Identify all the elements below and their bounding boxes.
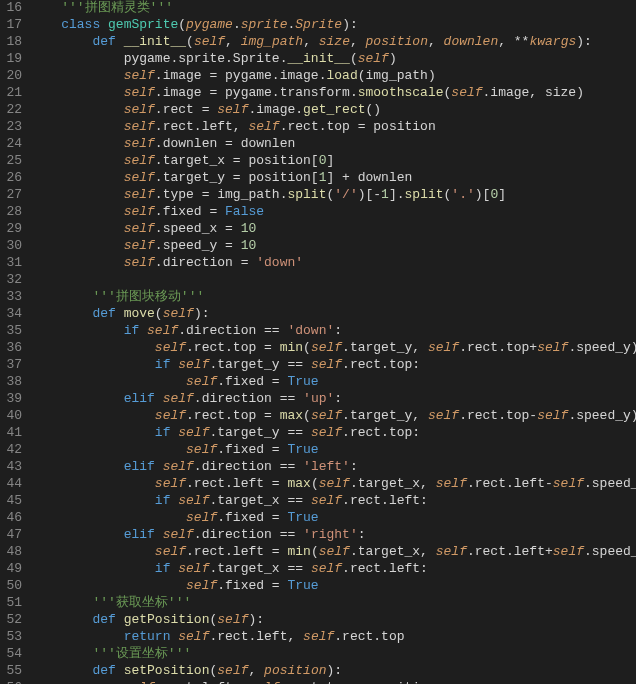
code-line[interactable]: elif self.direction == 'left': xyxy=(30,459,636,476)
code-line[interactable]: if self.target_y == self.rect.top: xyxy=(30,357,636,374)
code-line[interactable]: self.fixed = True xyxy=(30,374,636,391)
code-line[interactable]: '''获取坐标''' xyxy=(30,595,636,612)
line-number: 42 xyxy=(4,442,22,459)
code-line[interactable]: self.rect = self.image.get_rect() xyxy=(30,102,636,119)
line-number: 22 xyxy=(4,102,22,119)
code-line[interactable]: if self.target_y == self.rect.top: xyxy=(30,425,636,442)
code-line[interactable]: '''设置坐标''' xyxy=(30,646,636,663)
line-number: 20 xyxy=(4,68,22,85)
line-number: 32 xyxy=(4,272,22,289)
line-number: 38 xyxy=(4,374,22,391)
code-line[interactable]: self.target_y = position[1] + downlen xyxy=(30,170,636,187)
line-number: 41 xyxy=(4,425,22,442)
line-number: 33 xyxy=(4,289,22,306)
line-number: 40 xyxy=(4,408,22,425)
line-number: 52 xyxy=(4,612,22,629)
code-line[interactable]: def move(self): xyxy=(30,306,636,323)
line-number: 30 xyxy=(4,238,22,255)
code-line[interactable]: def __init__(self, img_path, size, posit… xyxy=(30,34,636,51)
code-line[interactable]: def setPosition(self, position): xyxy=(30,663,636,680)
code-line[interactable]: self.target_x = position[0] xyxy=(30,153,636,170)
line-number: 18 xyxy=(4,34,22,51)
code-line[interactable]: self.rect.left, self.rect.top = position xyxy=(30,680,636,684)
code-line[interactable]: '''拼图精灵类''' xyxy=(30,0,636,17)
code-line[interactable]: self.speed_x = 10 xyxy=(30,221,636,238)
code-line[interactable]: self.speed_y = 10 xyxy=(30,238,636,255)
code-line[interactable]: self.image = pygame.image.load(img_path) xyxy=(30,68,636,85)
code-line[interactable]: self.fixed = True xyxy=(30,442,636,459)
line-number: 53 xyxy=(4,629,22,646)
line-number: 43 xyxy=(4,459,22,476)
line-number: 49 xyxy=(4,561,22,578)
code-line[interactable]: class gemSprite(pygame.sprite.Sprite): xyxy=(30,17,636,34)
line-number: 25 xyxy=(4,153,22,170)
code-line[interactable]: if self.target_x == self.rect.left: xyxy=(30,493,636,510)
line-number: 39 xyxy=(4,391,22,408)
code-line[interactable]: self.rect.top = max(self.target_y, self.… xyxy=(30,408,636,425)
line-number: 26 xyxy=(4,170,22,187)
code-line[interactable]: self.fixed = False xyxy=(30,204,636,221)
line-number: 48 xyxy=(4,544,22,561)
line-number: 47 xyxy=(4,527,22,544)
code-line[interactable]: def getPosition(self): xyxy=(30,612,636,629)
code-editor-content[interactable]: '''拼图精灵类''' class gemSprite(pygame.sprit… xyxy=(30,0,636,684)
code-line[interactable]: self.image = pygame.transform.smoothscal… xyxy=(30,85,636,102)
line-number: 45 xyxy=(4,493,22,510)
code-line[interactable]: if self.direction == 'down': xyxy=(30,323,636,340)
line-number: 16 xyxy=(4,0,22,17)
code-line[interactable]: '''拼图块移动''' xyxy=(30,289,636,306)
line-number-gutter: 1617181920212223242526272829303132333435… xyxy=(0,0,30,684)
code-line[interactable]: pygame.sprite.Sprite.__init__(self) xyxy=(30,51,636,68)
line-number: 50 xyxy=(4,578,22,595)
code-line[interactable]: self.rect.top = min(self.target_y, self.… xyxy=(30,340,636,357)
line-number: 56 xyxy=(4,680,22,684)
code-line[interactable]: return self.rect.left, self.rect.top xyxy=(30,629,636,646)
code-line[interactable]: self.downlen = downlen xyxy=(30,136,636,153)
line-number: 55 xyxy=(4,663,22,680)
line-number: 31 xyxy=(4,255,22,272)
code-line[interactable]: self.rect.left = min(self.target_x, self… xyxy=(30,544,636,561)
line-number: 34 xyxy=(4,306,22,323)
code-line[interactable]: self.rect.left, self.rect.top = position xyxy=(30,119,636,136)
code-line[interactable]: elif self.direction == 'right': xyxy=(30,527,636,544)
line-number: 35 xyxy=(4,323,22,340)
line-number: 37 xyxy=(4,357,22,374)
line-number: 23 xyxy=(4,119,22,136)
code-line[interactable]: self.type = img_path.split('/')[-1].spli… xyxy=(30,187,636,204)
line-number: 46 xyxy=(4,510,22,527)
code-line[interactable]: if self.target_x == self.rect.left: xyxy=(30,561,636,578)
line-number: 17 xyxy=(4,17,22,34)
code-line[interactable] xyxy=(30,272,636,289)
line-number: 54 xyxy=(4,646,22,663)
code-line[interactable]: elif self.direction == 'up': xyxy=(30,391,636,408)
line-number: 24 xyxy=(4,136,22,153)
line-number: 44 xyxy=(4,476,22,493)
line-number: 29 xyxy=(4,221,22,238)
code-line[interactable]: self.fixed = True xyxy=(30,578,636,595)
line-number: 51 xyxy=(4,595,22,612)
line-number: 36 xyxy=(4,340,22,357)
line-number: 21 xyxy=(4,85,22,102)
line-number: 19 xyxy=(4,51,22,68)
code-line[interactable]: self.rect.left = max(self.target_x, self… xyxy=(30,476,636,493)
code-line[interactable]: self.fixed = True xyxy=(30,510,636,527)
line-number: 27 xyxy=(4,187,22,204)
code-line[interactable]: self.direction = 'down' xyxy=(30,255,636,272)
line-number: 28 xyxy=(4,204,22,221)
